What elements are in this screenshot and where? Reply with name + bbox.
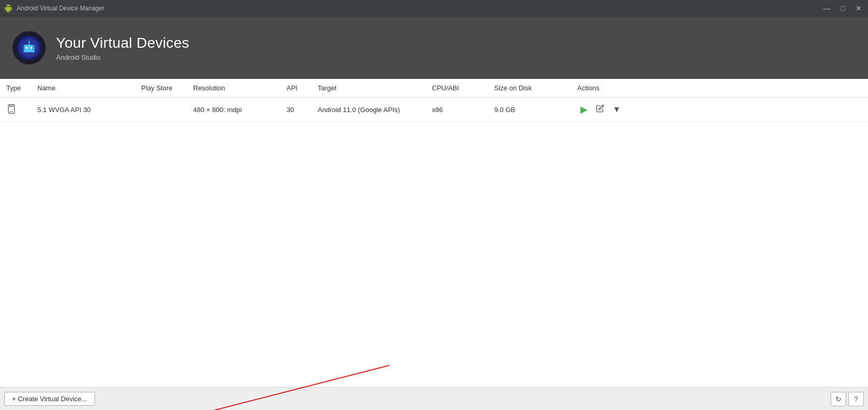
title-bar-title: Android Virtual Device Manager (17, 5, 104, 12)
device-type-icon (6, 104, 17, 114)
col-header-api: API (280, 79, 311, 98)
maximize-button[interactable]: □ (839, 4, 847, 13)
device-target-cell: Android 11.0 (Google APIs) (311, 98, 426, 122)
device-type-cell (0, 98, 31, 122)
svg-line-13 (75, 365, 389, 387)
svg-rect-10 (10, 104, 13, 106)
device-size-cell: 9.0 GB (488, 98, 571, 122)
col-header-type: Type (0, 79, 31, 98)
col-header-target: Target (311, 79, 426, 98)
help-button[interactable]: ? (848, 392, 864, 406)
launch-device-button[interactable]: ▶ (577, 102, 591, 117)
header-text: Your Virtual Devices Android Studio (56, 35, 189, 61)
col-header-resolution: Resolution (187, 79, 280, 98)
title-bar-controls: — □ ✕ (821, 4, 864, 13)
svg-text:}: } (32, 44, 34, 50)
more-actions-button[interactable]: ▼ (609, 103, 624, 116)
svg-point-6 (29, 41, 30, 43)
device-actions-cell: ▶ ▼ (571, 98, 868, 122)
footer-left: + Create Virtual Device... (4, 392, 95, 406)
device-playstore-cell (135, 98, 187, 122)
actions-cell-container: ▶ ▼ (577, 102, 862, 117)
page-title: Your Virtual Devices (56, 35, 189, 51)
device-cpu-cell: x86 (426, 98, 488, 122)
close-button[interactable]: ✕ (853, 4, 864, 13)
annotation-arrow (0, 158, 868, 387)
table-row: 5.1 WVGA API 30 480 × 800: mdpi 30 Andro… (0, 98, 868, 122)
table-body: 5.1 WVGA API 30 480 × 800: mdpi 30 Andro… (0, 98, 868, 122)
title-bar-left: Android Virtual Device Manager (4, 4, 104, 12)
title-bar: Android Virtual Device Manager — □ ✕ (0, 0, 868, 17)
svg-text:{: { (23, 44, 25, 50)
app-subtitle: Android Studio (56, 53, 189, 61)
minimize-button[interactable]: — (821, 4, 833, 13)
device-resolution-cell: 480 × 800: mdpi (187, 98, 280, 122)
svg-point-3 (25, 47, 28, 49)
footer: + Create Virtual Device... ↻ ? (0, 387, 868, 410)
device-table: Type Name Play Store Resolution API Targ… (0, 79, 868, 122)
col-header-cpu: CPU/ABI (426, 79, 488, 98)
footer-right: ↻ ? (831, 392, 864, 406)
table-header-row: Type Name Play Store Resolution API Targ… (0, 79, 868, 98)
edit-device-button[interactable] (593, 102, 607, 117)
app-header: { } Your Virtual Devices Android Studio (0, 17, 868, 79)
table-header: Type Name Play Store Resolution API Targ… (0, 79, 868, 98)
device-api-cell: 30 (280, 98, 311, 122)
refresh-button[interactable]: ↻ (831, 392, 846, 406)
col-header-name: Name (31, 79, 135, 98)
android-studio-logo: { } (12, 31, 46, 64)
col-header-actions: Actions (571, 79, 868, 98)
device-table-container: Type Name Play Store Resolution API Targ… (0, 79, 868, 387)
col-header-size: Size on Disk (488, 79, 571, 98)
main-content: Type Name Play Store Resolution API Targ… (0, 79, 868, 410)
logo-svg: { } (17, 35, 42, 60)
create-virtual-device-button[interactable]: + Create Virtual Device... (4, 392, 95, 406)
svg-rect-9 (8, 104, 15, 113)
col-header-playstore: Play Store (135, 79, 187, 98)
device-name-cell: 5.1 WVGA API 30 (31, 98, 135, 122)
android-title-icon (4, 4, 12, 12)
